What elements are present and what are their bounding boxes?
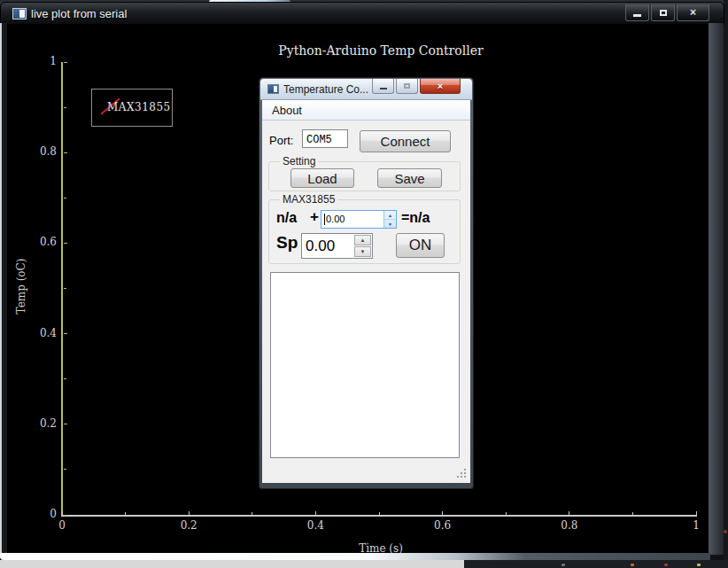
taskbar-speck-orange	[631, 564, 634, 566]
setting-groupbox: Setting Load Save	[268, 161, 461, 191]
equals-result: =n/a	[401, 210, 430, 226]
spin-up-icon[interactable]: ▲	[354, 235, 371, 245]
text-caret	[324, 214, 325, 225]
y-tick	[64, 424, 67, 424]
setting-group-label: Setting	[280, 155, 318, 167]
plot-title: Python-Arduino Temp Controller	[204, 43, 558, 58]
tk-dialog-icon	[267, 84, 279, 94]
y-tick-label: 0.4	[21, 327, 57, 339]
y-axis-spine	[61, 62, 63, 517]
offset-spinbox[interactable]: 0.00 ▲ ▼	[321, 210, 397, 229]
dialog-close-button[interactable]: ×	[420, 79, 461, 94]
spin-down-icon[interactable]: ▼	[354, 246, 371, 257]
y-tick	[64, 243, 67, 244]
dialog-statusbar	[270, 458, 462, 479]
y-tick	[64, 152, 67, 153]
temperature-controller-window: Temperature Co... × About Port: Connect …	[259, 78, 473, 488]
y-axis-label: Temp (oC)	[15, 198, 27, 375]
max31855-groupbox: MAX31855 n/a + 0.00 ▲ ▼ =n/a Sp 0.00	[268, 199, 461, 264]
close-icon: ×	[690, 7, 696, 18]
x-tick-label: 0	[44, 519, 80, 532]
minimize-icon	[380, 88, 387, 89]
setpoint-spin-buttons: ▲ ▼	[354, 235, 371, 257]
x-tick	[442, 511, 443, 515]
spin-down-icon[interactable]: ▼	[384, 220, 396, 228]
x-tick	[62, 511, 63, 515]
setpoint-spinbox[interactable]: 0.00 ▲ ▼	[301, 233, 373, 259]
y-tick-label: 0.8	[21, 145, 57, 158]
x-minor-tick	[632, 512, 633, 515]
y-minor-tick	[64, 469, 66, 470]
setpoint-label: Sp	[276, 233, 298, 253]
y-tick	[64, 62, 67, 63]
y-tick-label: 0	[21, 508, 57, 520]
load-button[interactable]: Load	[290, 168, 354, 188]
x-tick-label: 1	[678, 519, 714, 532]
y-minor-tick	[64, 107, 66, 108]
x-axis-spine	[61, 515, 697, 517]
x-tick-label: 0.8	[552, 519, 587, 532]
legend-box: MAX31855	[91, 89, 173, 127]
maximize-icon	[660, 10, 667, 16]
x-tick	[696, 511, 697, 515]
x-minor-tick	[252, 512, 252, 515]
main-window-title: live plot from serial	[31, 7, 127, 20]
dialog-menubar: About	[262, 100, 470, 121]
dialog-titlebar[interactable]: Temperature Co... ×	[260, 79, 472, 100]
plus-sign: +	[310, 208, 319, 226]
x-tick-label: 0.2	[171, 519, 206, 532]
x-tick-label: 0.4	[298, 519, 333, 532]
minimize-icon	[633, 14, 641, 17]
y-minor-tick	[64, 288, 66, 289]
dialog-maximize-button[interactable]	[396, 79, 418, 94]
maximize-button[interactable]	[651, 4, 675, 21]
close-icon: ×	[438, 81, 443, 91]
dialog-body: Port: Connect Setting Load Save MAX31855…	[262, 121, 470, 483]
x-tick	[189, 511, 190, 515]
taskbar-speck	[561, 564, 565, 566]
offset-value: 0.00	[326, 214, 345, 224]
y-minor-tick	[64, 198, 66, 198]
current-temp-value: n/a	[276, 210, 297, 226]
x-minor-tick	[379, 512, 380, 515]
on-button[interactable]: ON	[396, 233, 445, 258]
plot-canvas: Python-Arduino Temp Controller Temp (oC)…	[7, 25, 709, 553]
y-tick-label: 0.6	[21, 236, 57, 248]
main-window: live plot from serial × Python-Arduino T…	[0, 2, 724, 560]
x-tick-label: 0.6	[425, 519, 461, 532]
maximize-icon	[404, 83, 410, 89]
taskbar-speck-red	[664, 564, 668, 566]
main-titlebar[interactable]: live plot from serial ×	[0, 2, 724, 25]
menu-about[interactable]: About	[272, 104, 302, 117]
taskbar-light-segment	[0, 560, 464, 568]
dialog-minimize-button[interactable]	[372, 79, 394, 94]
taskbar-strip	[0, 560, 728, 568]
resize-grip[interactable]	[455, 467, 466, 478]
window-frame-left	[0, 23, 7, 555]
spin-up-icon[interactable]: ▲	[384, 211, 396, 220]
minimize-button[interactable]	[625, 4, 649, 21]
y-tick	[64, 515, 67, 516]
port-input[interactable]	[302, 129, 348, 148]
y-minor-tick	[64, 378, 66, 379]
connect-button[interactable]: Connect	[360, 130, 451, 152]
window-frame-right	[709, 23, 724, 555]
x-axis-label: Time (s)	[292, 542, 469, 555]
offset-spin-buttons: ▲ ▼	[383, 211, 396, 228]
x-minor-tick	[506, 512, 507, 515]
max31855-group-label: MAX31855	[280, 193, 337, 206]
setpoint-value: 0.00	[306, 237, 335, 255]
legend-label: MAX31855	[107, 101, 171, 113]
save-button[interactable]: Save	[377, 168, 442, 188]
tk-app-icon	[12, 8, 27, 19]
port-label: Port:	[269, 134, 293, 147]
x-tick	[569, 511, 569, 515]
y-tick-label: 0.2	[21, 417, 57, 430]
x-minor-tick	[125, 512, 126, 515]
taskbar-speck-yellow	[697, 564, 701, 566]
dialog-title: Temperature Co...	[283, 83, 368, 96]
y-tick	[64, 333, 67, 334]
log-textarea[interactable]	[270, 272, 460, 458]
y-tick-label: 1	[21, 55, 57, 67]
close-button[interactable]: ×	[677, 4, 709, 21]
